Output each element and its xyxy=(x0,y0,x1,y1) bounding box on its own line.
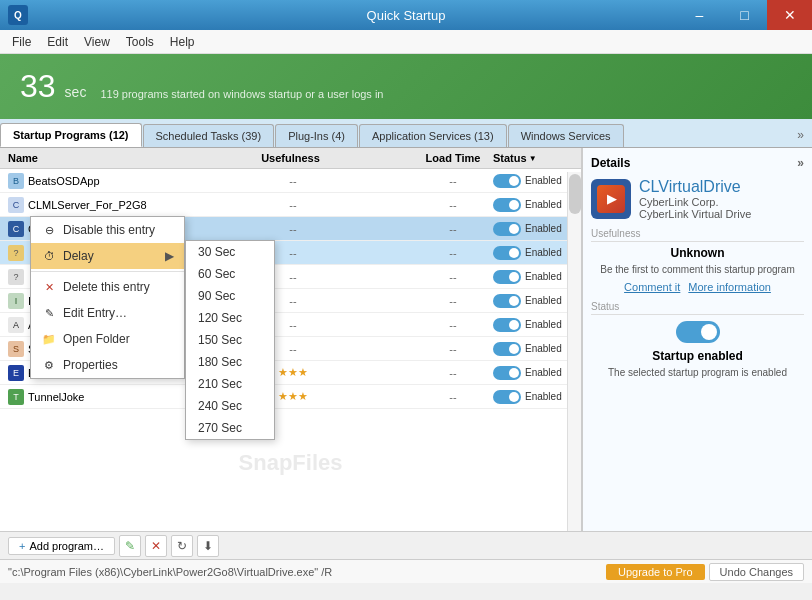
folder-icon: 📁 xyxy=(41,331,57,347)
menu-edit[interactable]: Edit xyxy=(39,33,76,51)
more-info-link[interactable]: More information xyxy=(688,281,771,293)
menu-view[interactable]: View xyxy=(76,33,118,51)
row-loadtime: -- xyxy=(413,319,493,331)
tab-app-services[interactable]: Application Services (13) xyxy=(359,124,507,147)
row-usefulness: -- xyxy=(173,223,413,235)
toggle-switch[interactable] xyxy=(493,294,521,308)
app-detail-icon: ▶ xyxy=(591,179,631,219)
delete-button[interactable]: ✕ xyxy=(145,535,167,557)
tab-startup-programs[interactable]: Startup Programs (12) xyxy=(0,123,142,147)
minimize-button[interactable]: – xyxy=(677,0,722,30)
details-title: Details xyxy=(591,156,630,170)
scrollbar-track[interactable] xyxy=(567,172,581,531)
row-icon: I xyxy=(8,293,24,309)
app-detail-row: ▶ CLVirtualDrive CyberLink Corp. CyberLi… xyxy=(591,178,804,220)
context-menu: ⊖ Disable this entry ⏱ Delay ▶ ✕ Delete … xyxy=(30,216,185,379)
startup-description: 119 programs started on windows startup … xyxy=(100,88,383,100)
add-program-button[interactable]: + Add program… xyxy=(8,537,115,555)
app-title: Quick Startup xyxy=(367,8,446,23)
delay-150sec[interactable]: 150 Sec xyxy=(186,329,274,351)
toggle-switch[interactable] xyxy=(493,270,521,284)
statusbar: "c:\Program Files (x86)\CyberLink\Power2… xyxy=(0,559,812,583)
edit-icon: ✎ xyxy=(41,305,57,321)
ctx-disable-entry[interactable]: ⊖ Disable this entry xyxy=(31,217,184,243)
status-label: Enabled xyxy=(525,175,562,186)
status-label: Enabled xyxy=(525,391,562,402)
links-row: Comment it More information xyxy=(591,281,804,293)
delay-240sec[interactable]: 240 Sec xyxy=(186,395,274,417)
ctx-delete-entry[interactable]: ✕ Delete this entry xyxy=(31,274,184,300)
comment-link[interactable]: Comment it xyxy=(624,281,680,293)
table-row[interactable]: T TunnelJoke ★★★ -- Enabled xyxy=(0,385,581,409)
menubar: File Edit View Tools Help xyxy=(0,30,812,54)
row-icon: A xyxy=(8,317,24,333)
close-button[interactable]: ✕ xyxy=(767,0,812,30)
add-icon: + xyxy=(19,540,25,552)
left-panel: Name Usefulness Load Time Status ▼ B Bea… xyxy=(0,148,582,531)
upgrade-button[interactable]: Upgrade to Pro xyxy=(606,564,705,580)
delay-270sec[interactable]: 270 Sec xyxy=(186,417,274,439)
app-company: CyberLink Corp. xyxy=(639,196,751,208)
row-name: BeatsOSDApp xyxy=(28,175,173,187)
ctx-delay[interactable]: ⏱ Delay ▶ xyxy=(31,243,184,269)
row-icon: T xyxy=(8,389,24,405)
scrollbar-thumb[interactable] xyxy=(569,174,581,214)
row-status: Enabled xyxy=(493,366,573,380)
toggle-switch[interactable] xyxy=(493,246,521,260)
status-label: Enabled xyxy=(525,223,562,234)
export-button[interactable]: ⬇ xyxy=(197,535,219,557)
delay-90sec[interactable]: 90 Sec xyxy=(186,285,274,307)
delay-180sec[interactable]: 180 Sec xyxy=(186,351,274,373)
toggle-switch[interactable] xyxy=(493,222,521,236)
row-icon: C xyxy=(8,197,24,213)
toggle-switch[interactable] xyxy=(493,174,521,188)
table-row[interactable]: C CLMLServer_For_P2G8 -- -- Enabled xyxy=(0,193,581,217)
row-usefulness: -- xyxy=(173,175,413,187)
maximize-button[interactable]: □ xyxy=(722,0,767,30)
menu-tools[interactable]: Tools xyxy=(118,33,162,51)
app-info: CLVirtualDrive CyberLink Corp. CyberLink… xyxy=(639,178,751,220)
edit-button[interactable]: ✎ xyxy=(119,535,141,557)
row-status: Enabled xyxy=(493,294,573,308)
ctx-edit-entry[interactable]: ✎ Edit Entry… xyxy=(31,300,184,326)
status-label: Enabled xyxy=(525,319,562,330)
row-status: Enabled xyxy=(493,246,573,260)
ctx-properties[interactable]: ⚙ Properties xyxy=(31,352,184,378)
row-icon: B xyxy=(8,173,24,189)
undo-button[interactable]: Undo Changes xyxy=(709,563,804,581)
delay-30sec[interactable]: 30 Sec xyxy=(186,241,274,263)
toggle-switch[interactable] xyxy=(493,198,521,212)
refresh-button[interactable]: ↻ xyxy=(171,535,193,557)
toggle-switch[interactable] xyxy=(493,342,521,356)
col-header-status: Status ▼ xyxy=(493,152,573,164)
status-label: Enabled xyxy=(525,199,562,210)
status-toggle-row xyxy=(591,321,804,343)
status-toggle-big[interactable] xyxy=(676,321,720,343)
table-header: Name Usefulness Load Time Status ▼ xyxy=(0,148,581,169)
delay-120sec[interactable]: 120 Sec xyxy=(186,307,274,329)
tab-plugins[interactable]: Plug-Ins (4) xyxy=(275,124,358,147)
row-status: Enabled xyxy=(493,174,573,188)
delay-icon: ⏱ xyxy=(41,248,57,264)
tab-scheduled-tasks[interactable]: Scheduled Tasks (39) xyxy=(143,124,275,147)
row-usefulness: -- xyxy=(173,199,413,211)
main-content: Name Usefulness Load Time Status ▼ B Bea… xyxy=(0,148,812,531)
menu-help[interactable]: Help xyxy=(162,33,203,51)
usefulness-description: Be the first to comment this startup pro… xyxy=(591,264,804,275)
app-product: CyberLink Virtual Drive xyxy=(639,208,751,220)
toggle-switch[interactable] xyxy=(493,318,521,332)
delay-210sec[interactable]: 210 Sec xyxy=(186,373,274,395)
ctx-open-folder[interactable]: 📁 Open Folder xyxy=(31,326,184,352)
row-icon: ? xyxy=(8,269,24,285)
tab-expand-icon[interactable]: » xyxy=(789,123,812,147)
menu-file[interactable]: File xyxy=(4,33,39,51)
toggle-switch[interactable] xyxy=(493,366,521,380)
submenu-arrow: ▶ xyxy=(165,249,174,263)
tab-windows-services[interactable]: Windows Services xyxy=(508,124,624,147)
startup-time: 33 xyxy=(20,68,56,105)
details-expand-icon[interactable]: » xyxy=(797,156,804,170)
table-row[interactable]: B BeatsOSDApp -- -- Enabled xyxy=(0,169,581,193)
ctx-separator xyxy=(31,271,184,272)
delay-60sec[interactable]: 60 Sec xyxy=(186,263,274,285)
toggle-switch[interactable] xyxy=(493,390,521,404)
